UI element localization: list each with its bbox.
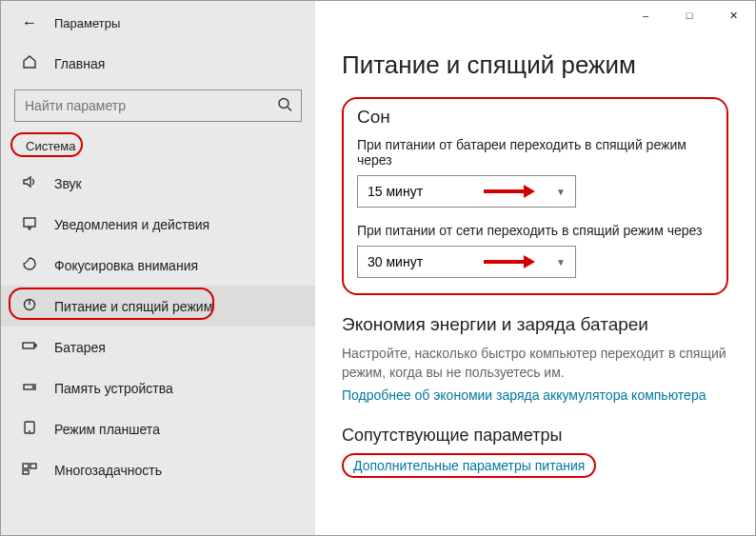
maximize-button[interactable]: □ [667, 1, 711, 30]
search-wrap [1, 82, 315, 135]
notifications-icon [22, 215, 37, 233]
nav-tablet[interactable]: Режим планшета [1, 408, 315, 449]
svg-rect-6 [34, 345, 36, 347]
sleep-section: Сон При питании от батареи переходить в … [342, 97, 728, 295]
svg-marker-15 [524, 185, 535, 198]
svg-point-0 [279, 99, 288, 109]
annotation-arrow-icon [482, 183, 535, 200]
close-button[interactable]: ✕ [711, 1, 755, 30]
nav-label: Питание и спящий режим [54, 299, 212, 314]
svg-rect-11 [23, 464, 29, 468]
home-icon [22, 54, 37, 72]
back-arrow-icon[interactable]: ← [22, 14, 37, 31]
page-title: Питание и спящий режим [342, 50, 728, 80]
economy-heading: Экономия энергии и заряда батареи [342, 314, 728, 335]
nav-storage[interactable]: Память устройства [1, 367, 315, 408]
battery-sleep-value: 15 минут [368, 184, 423, 199]
related-link[interactable]: Дополнительные параметры питания [353, 458, 585, 473]
svg-point-8 [32, 387, 33, 387]
economy-desc: Настройте, насколько быстро компьютер пе… [342, 345, 728, 382]
svg-rect-5 [23, 343, 34, 348]
chevron-down-icon: ▼ [556, 257, 566, 268]
tablet-icon [22, 420, 37, 438]
storage-icon [22, 379, 37, 397]
power-icon [22, 297, 37, 315]
plugged-sleep-label: При питании от сети переходить в спящий … [357, 223, 713, 238]
nav-list: Звук Уведомления и действия Фокусировка … [1, 163, 315, 490]
nav-battery[interactable]: Батарея [1, 327, 315, 367]
battery-icon [22, 338, 37, 356]
search-input[interactable] [14, 89, 302, 122]
title-bar: ← Параметры [1, 9, 315, 45]
nav-multitask[interactable]: Многозадачность [1, 449, 315, 490]
plugged-sleep-value: 30 минут [368, 254, 423, 269]
sleep-heading: Сон [357, 107, 713, 128]
battery-sleep-label: При питании от батареи переходить в спящ… [357, 137, 713, 168]
battery-sleep-select[interactable]: 15 минут ▼ [357, 175, 576, 208]
svg-line-1 [288, 108, 291, 111]
minimize-button[interactable]: – [624, 1, 667, 30]
svg-rect-12 [30, 464, 36, 468]
nav-focus[interactable]: Фокусировка внимания [1, 245, 315, 286]
app-title: Параметры [54, 16, 120, 30]
chevron-down-icon: ▼ [556, 187, 566, 197]
economy-link[interactable]: Подробнее об экономии заряда аккумулятор… [342, 387, 728, 403]
nav-label: Уведомления и действия [54, 217, 209, 232]
window-controls: – □ ✕ [624, 1, 755, 30]
nav-power[interactable]: Питание и спящий режим [1, 286, 315, 327]
plugged-sleep-select[interactable]: 30 минут ▼ [357, 246, 576, 278]
main-panel: – □ ✕ Питание и спящий режим Сон При пит… [315, 1, 755, 535]
nav-label: Память устройства [54, 381, 173, 396]
home-nav[interactable]: Главная [1, 45, 315, 82]
related-link-ring: Дополнительные параметры питания [342, 453, 596, 478]
nav-label: Режим планшета [54, 422, 160, 437]
sidebar: ← Параметры Главная Система Звук Уведомл… [1, 1, 315, 535]
sound-icon [22, 174, 37, 192]
svg-rect-13 [23, 470, 29, 474]
focus-icon [22, 256, 37, 274]
svg-marker-17 [524, 255, 535, 268]
category-system[interactable]: Система [16, 137, 85, 155]
multitask-icon [22, 461, 37, 479]
nav-sound[interactable]: Звук [1, 163, 315, 204]
home-label: Главная [54, 56, 105, 71]
nav-label: Многозадачность [54, 463, 162, 478]
nav-label: Батарея [54, 340, 106, 355]
search-icon [277, 97, 292, 115]
related-heading: Сопутствующие параметры [342, 426, 728, 446]
annotation-arrow-icon [482, 253, 535, 270]
nav-label: Фокусировка внимания [54, 258, 198, 273]
svg-rect-2 [24, 218, 35, 227]
nav-notifications[interactable]: Уведомления и действия [1, 204, 315, 245]
nav-label: Звук [54, 176, 82, 191]
